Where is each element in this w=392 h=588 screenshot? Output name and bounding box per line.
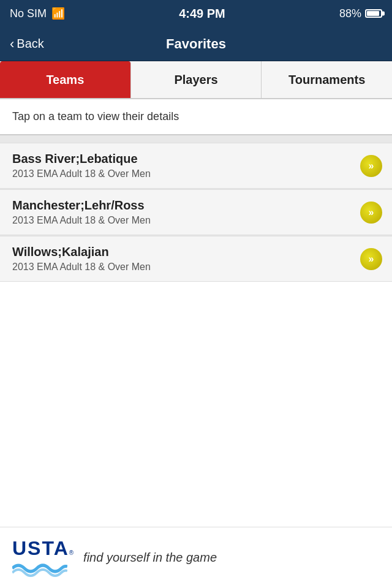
teams-list: Bass River;Lebatique 2013 EMA Adult 18 &… [0, 135, 392, 282]
team-subtitle: 2013 EMA Adult 18 & Over Men [12, 168, 355, 179]
list-item[interactable]: Manchester;Lehr/Ross 2013 EMA Adult 18 &… [0, 189, 392, 235]
status-left: No SIM 📶 [10, 7, 65, 20]
tab-teams[interactable]: Teams [0, 61, 131, 98]
team-name: Willows;Kalajian [12, 245, 355, 259]
chevron-right-icon: » [360, 155, 382, 177]
back-chevron-icon: ‹ [10, 36, 14, 52]
back-button[interactable]: ‹ Back [10, 36, 71, 52]
battery-icon [365, 9, 382, 18]
team-name: Bass River;Lebatique [12, 152, 355, 166]
usta-wave-icon [12, 559, 67, 578]
tab-players[interactable]: Players [131, 61, 262, 98]
status-bar: No SIM 📶 4:49 PM 88% [0, 0, 392, 27]
nav-title: Favorites [71, 36, 321, 52]
usta-logo-text: USTA® [12, 538, 74, 558]
list-item[interactable]: Bass River;Lebatique 2013 EMA Adult 18 &… [0, 143, 392, 189]
usta-registered: ® [69, 549, 74, 556]
nav-bar: ‹ Back Favorites [0, 27, 392, 61]
team-subtitle: 2013 EMA Adult 18 & Over Men [12, 262, 355, 273]
chevron-right-icon: » [360, 248, 382, 270]
content-area: Tap on a team to view their details Bass… [0, 99, 392, 588]
battery-fill [367, 11, 379, 16]
usta-logo: USTA® [12, 538, 74, 578]
list-item[interactable]: Willows;Kalajian 2013 EMA Adult 18 & Ove… [0, 236, 392, 282]
back-label: Back [17, 37, 43, 51]
status-right: 88% [339, 7, 382, 20]
tab-bar: Teams Players Tournaments [0, 61, 392, 99]
team-name: Manchester;Lehr/Ross [12, 198, 355, 213]
team-subtitle: 2013 EMA Adult 18 & Over Men [12, 215, 355, 226]
page-wrapper: No SIM 📶 4:49 PM 88% ‹ Back Favorites Te… [0, 0, 392, 588]
tab-tournaments[interactable]: Tournaments [262, 61, 392, 98]
chevron-right-icon: » [360, 202, 382, 224]
battery-label: 88% [339, 7, 361, 20]
carrier-label: No SIM [10, 7, 47, 20]
usta-name: USTA [12, 537, 69, 559]
usta-banner: USTA® find yourself in the game [0, 527, 392, 588]
wifi-icon: 📶 [51, 7, 65, 20]
instruction-text: Tap on a team to view their details [0, 99, 392, 135]
empty-space [0, 282, 392, 527]
banner-tagline: find yourself in the game [83, 551, 217, 565]
status-time: 4:49 PM [179, 7, 225, 21]
